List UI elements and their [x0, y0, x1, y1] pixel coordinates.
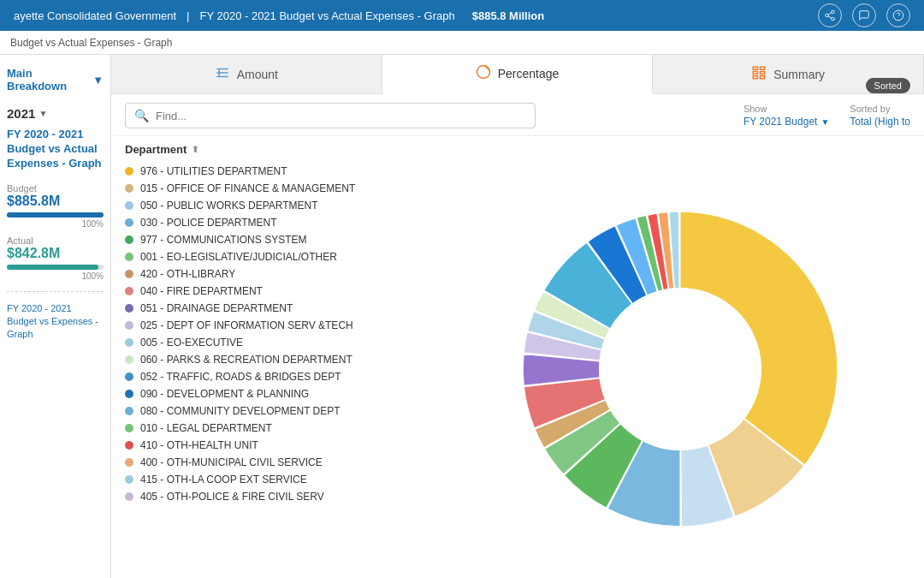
period-line1: FY 2020 - 2021: [7, 128, 104, 142]
tab-amount[interactable]: Amount: [111, 55, 382, 93]
tab-percentage[interactable]: Percentage: [382, 55, 654, 94]
tabs-bar: Amount Percentage Summary: [111, 55, 924, 94]
list-item[interactable]: 005 - EO-EXECUTIVE: [125, 334, 423, 351]
search-box: 🔍: [125, 103, 536, 128]
list-item[interactable]: 420 - OTH-LIBRARY: [125, 265, 423, 283]
svg-point-5: [893, 10, 903, 21]
tab-summary-label: Summary: [773, 68, 825, 81]
legend-dot: [125, 218, 133, 227]
svg-line-3: [828, 16, 832, 18]
summary-tab-icon: [751, 65, 767, 84]
legend-list: 976 - UTILITIES DEPARTMENT 015 - OFFICE …: [111, 159, 436, 578]
header-page-title: FY 2020 - 2021 Budget vs Actual Expenses…: [199, 9, 454, 22]
header-separator: |: [187, 9, 189, 22]
tab-percentage-label: Percentage: [498, 67, 560, 80]
list-item[interactable]: 405 - OTH-POLICE & FIRE CIVIL SERV: [125, 488, 423, 505]
budget-section: Budget $885.8M 100%: [7, 183, 104, 229]
legend-dot: [125, 287, 133, 295]
list-item[interactable]: 415 - OTH-LA COOP EXT SERVICE: [125, 471, 423, 488]
legend-label: 976 - UTILITIES DEPARTMENT: [140, 165, 287, 177]
search-controls: 🔍 Show FY 2021 Budget ▼ Sorted by: [111, 94, 924, 136]
list-item[interactable]: 051 - DRAINAGE DEPARTMENT: [125, 300, 423, 317]
legend-label: 405 - OTH-POLICE & FIRE CIVIL SERV: [140, 491, 324, 503]
list-item[interactable]: 052 - TRAFFIC, ROADS & BRIDGES DEPT: [125, 368, 423, 385]
top-header: ayette Consolidated Government | FY 2020…: [0, 0, 924, 31]
legend-label: 001 - EO-LEGISLATIVE/JUDICIAL/OTHER: [140, 251, 337, 263]
legend-dot: [125, 201, 133, 210]
budget-progress-bar-container: [7, 212, 104, 217]
sub-header: Budget vs Actual Expenses - Graph: [0, 31, 924, 55]
budget-amount-value: $885.8M: [7, 194, 104, 209]
main-breakdown-label: Main Breakdown: [7, 67, 89, 92]
legend-dot: [125, 475, 133, 484]
sorted-value-text: Total (High to: [850, 116, 910, 128]
search-input[interactable]: [156, 110, 526, 122]
list-item[interactable]: 977 - COMMUNICATIONS SYSTEM: [125, 231, 423, 248]
legend-dot: [125, 167, 133, 176]
percentage-tab-icon: [476, 64, 491, 83]
svg-point-0: [832, 10, 835, 13]
main-breakdown-button[interactable]: Main Breakdown ▼: [7, 63, 104, 96]
list-item[interactable]: 030 - POLICE DEPARTMENT: [125, 214, 423, 231]
legend-dot: [125, 270, 133, 278]
legend-dot: [125, 390, 133, 398]
legend-label: 040 - FIRE DEPARTMENT: [140, 285, 263, 297]
gov-name: ayette Consolidated Government: [14, 9, 176, 22]
sidebar-divider: [7, 291, 104, 292]
main-layout: Main Breakdown ▼ 2021 ▼ FY 2020 - 2021 B…: [0, 55, 924, 578]
actual-progress-pct: 100%: [7, 271, 104, 281]
svg-rect-16: [753, 75, 757, 78]
donut-svg: [500, 189, 860, 549]
legend-dot: [125, 424, 133, 432]
donut-center: [600, 288, 761, 450]
legend-dot: [125, 235, 133, 244]
content-area: Amount Percentage Summary 🔍: [111, 55, 924, 578]
svg-rect-14: [753, 71, 757, 74]
legend-label: 005 - EO-EXECUTIVE: [140, 337, 243, 349]
sorted-value-button[interactable]: Total (High to: [850, 116, 910, 128]
list-item[interactable]: 976 - UTILITIES DEPARTMENT: [125, 163, 423, 180]
show-sort-group: Show FY 2021 Budget ▼: [743, 104, 829, 128]
legend-dot: [125, 407, 133, 415]
legend-label: 415 - OTH-LA COOP EXT SERVICE: [140, 474, 307, 486]
year-selector[interactable]: 2021 ▼: [7, 106, 104, 121]
list-item[interactable]: 080 - COMMUNITY DEVELOPMENT DEPT: [125, 402, 423, 420]
header-amount-badge: $885.8 Million: [472, 9, 545, 22]
legend-label: 420 - OTH-LIBRARY: [140, 268, 235, 280]
legend-dot: [125, 492, 133, 501]
sorted-by-label: Sorted by: [850, 104, 910, 114]
list-item[interactable]: 050 - PUBLIC WORKS DEPARTMENT: [125, 197, 423, 214]
share-button[interactable]: [818, 3, 842, 27]
list-item[interactable]: 060 - PARKS & RECREATION DEPARTMENT: [125, 351, 423, 368]
sidebar-link[interactable]: FY 2020 - 2021 Budget vs Expenses - Grap…: [7, 302, 104, 342]
list-item[interactable]: 025 - DEPT OF INFORMATION SERV &TECH: [125, 317, 423, 334]
year-arrow-icon: ▼: [38, 109, 47, 118]
legend-label: 080 - COMMUNITY DEVELOPMENT DEPT: [140, 405, 341, 417]
legend-label: 052 - TRAFFIC, ROADS & BRIDGES DEPT: [140, 371, 341, 383]
list-item[interactable]: 410 - OTH-HEALTH UNIT: [125, 437, 423, 454]
main-content: 976 - UTILITIES DEPARTMENT 015 - OFFICE …: [111, 159, 924, 578]
actual-type-label: Actual: [7, 235, 104, 246]
list-item[interactable]: 090 - DEVELOPMENT & PLANNING: [125, 385, 423, 402]
budget-type-label: Budget: [7, 183, 104, 194]
help-button[interactable]: [886, 3, 910, 27]
legend-dot: [125, 372, 133, 381]
svg-rect-15: [761, 71, 765, 74]
list-item[interactable]: 400 - OTH-MUNICIPAL CIVIL SERVICE: [125, 454, 423, 471]
department-sort-icon[interactable]: ⬆: [192, 145, 198, 154]
svg-rect-17: [761, 75, 765, 78]
sorted-group: Sorted by Total (High to Sorted: [850, 104, 910, 128]
actual-amount-value: $842.8M: [7, 246, 104, 261]
show-value-button[interactable]: FY 2021 Budget ▼: [743, 116, 829, 128]
list-item[interactable]: 040 - FIRE DEPARTMENT: [125, 283, 423, 300]
list-item[interactable]: 010 - LEGAL DEPARTMENT: [125, 420, 423, 437]
breadcrumb: Budget vs Actual Expenses - Graph: [10, 37, 172, 49]
tab-amount-label: Amount: [237, 68, 278, 81]
legend-label: 410 - OTH-HEALTH UNIT: [140, 439, 258, 451]
message-button[interactable]: [852, 3, 876, 27]
list-item[interactable]: 015 - OFFICE OF FINANCE & MANAGEMENT: [125, 180, 423, 197]
legend-dot: [125, 458, 133, 467]
amount-tab-icon: [215, 65, 230, 84]
svg-point-2: [832, 17, 835, 21]
list-item[interactable]: 001 - EO-LEGISLATIVE/JUDICIAL/OTHER: [125, 248, 423, 265]
